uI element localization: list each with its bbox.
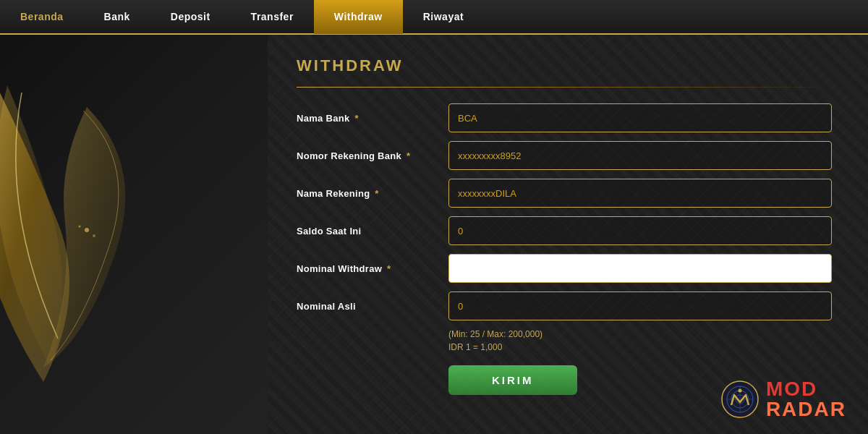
nav-transfer[interactable]: Transfer xyxy=(231,0,314,34)
form-row-nominal-asli: Nominal Asli xyxy=(297,292,832,320)
label-nama-bank: Nama Bank * xyxy=(297,113,448,124)
logo-radar: RADAR xyxy=(766,399,846,420)
nav-bank[interactable]: Bank xyxy=(84,0,150,34)
nav-beranda[interactable]: Beranda xyxy=(0,0,84,34)
required-star-3: * xyxy=(372,188,378,199)
input-saldo[interactable] xyxy=(448,216,832,245)
main-layout: WITHDRAW Nama Bank * Nomor Rekening Bank… xyxy=(0,35,868,434)
label-nomor-rekening: Nomor Rekening Bank * xyxy=(297,150,448,161)
label-nominal-asli: Nominal Asli xyxy=(297,301,448,312)
input-nominal-asli[interactable] xyxy=(448,292,832,320)
logo-mod: MOD xyxy=(766,379,846,399)
required-star-4: * xyxy=(384,263,391,274)
form-row-nomor-rekening: Nomor Rekening Bank * xyxy=(297,141,832,170)
submit-button[interactable]: KIRIM xyxy=(448,365,577,395)
hint-minmax: (Min: 25 / Max: 200,000) xyxy=(448,329,832,339)
navbar: Beranda Bank Deposit Transfer Withdraw R… xyxy=(0,0,868,35)
form-row-saldo: Saldo Saat Ini xyxy=(297,216,832,245)
form-row-nominal-withdraw: Nominal Withdraw * xyxy=(297,254,832,283)
page-title: WITHDRAW xyxy=(297,56,832,75)
logo-area: MOD RADAR xyxy=(721,379,846,420)
label-nama-rekening: Nama Rekening * xyxy=(297,188,448,199)
content-panel: WITHDRAW Nama Bank * Nomor Rekening Bank… xyxy=(268,35,868,434)
label-nominal-withdraw: Nominal Withdraw * xyxy=(297,263,448,274)
left-decoration xyxy=(0,35,268,434)
form-row-nama-bank: Nama Bank * xyxy=(297,103,832,132)
title-divider xyxy=(297,87,832,88)
input-nama-bank[interactable] xyxy=(448,103,832,132)
nav-withdraw[interactable]: Withdraw xyxy=(314,0,403,34)
form-row-nama-rekening: Nama Rekening * xyxy=(297,179,832,208)
svg-point-1 xyxy=(79,226,81,228)
required-star: * xyxy=(352,113,359,124)
logo-icon xyxy=(721,380,759,418)
input-nama-rekening[interactable] xyxy=(448,179,832,208)
hint-rate: IDR 1 = 1,000 xyxy=(448,342,832,352)
label-saldo: Saldo Saat Ini xyxy=(297,226,448,237)
svg-point-0 xyxy=(85,228,89,232)
nav-riwayat[interactable]: Riwayat xyxy=(403,0,484,34)
input-nomor-rekening[interactable] xyxy=(448,141,832,170)
svg-point-9 xyxy=(738,389,741,393)
input-nominal-withdraw[interactable] xyxy=(448,254,832,283)
svg-point-2 xyxy=(93,234,95,237)
nav-deposit[interactable]: Deposit xyxy=(150,0,231,34)
required-star-2: * xyxy=(404,150,410,161)
logo-text: MOD RADAR xyxy=(766,379,846,420)
